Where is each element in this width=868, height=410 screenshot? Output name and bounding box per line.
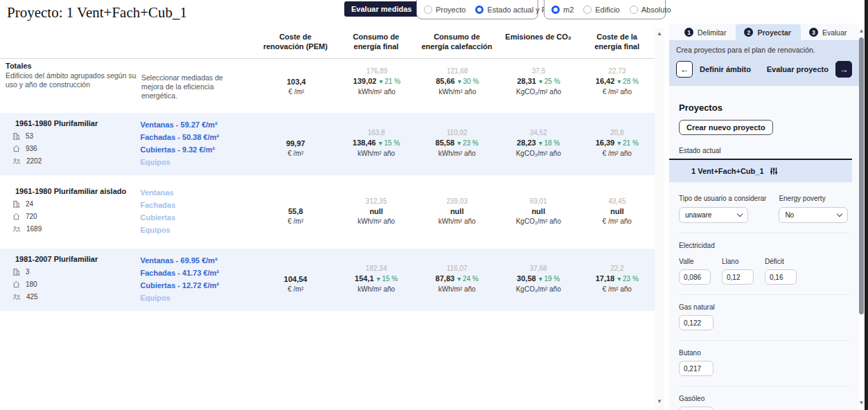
divider bbox=[679, 386, 849, 386]
results-table: Coste de renovación (PEM) Consumo de ene… bbox=[0, 28, 655, 311]
people-icon bbox=[12, 157, 21, 165]
dwellings-count: 720 bbox=[6, 213, 141, 220]
gasoleo-price-section: Gasóleo bbox=[679, 395, 849, 410]
scroll-up-icon[interactable]: ▲ bbox=[655, 30, 664, 37]
totales-emissions-cell: 37,5 28,31▾ 25 % KgCO₂/m² año bbox=[497, 62, 579, 100]
butano-label: Butano bbox=[679, 349, 849, 357]
valle-input[interactable] bbox=[679, 269, 711, 285]
energy-cost-cell: 20,8 16,39▾ 21 % € /m² año bbox=[579, 117, 655, 168]
electricity-label: Electricidad bbox=[679, 242, 849, 249]
column-header-coste-energia: Coste de la energía final bbox=[579, 32, 655, 51]
measure-link-ventanas[interactable]: Ventanas - 69.95 €/m² bbox=[141, 254, 256, 267]
radio-icon[interactable] bbox=[630, 6, 638, 14]
deficit-label: Déficit bbox=[765, 258, 797, 265]
main-scrollbar[interactable]: ▲ ▼ bbox=[655, 28, 664, 410]
occupants-count: 1689 bbox=[6, 225, 141, 233]
chevron-down-icon bbox=[837, 211, 842, 217]
forward-button-label[interactable]: Evaluar proyecto bbox=[767, 65, 829, 73]
energy-final-cell: 312,35 null kWh/m² año bbox=[336, 185, 417, 236]
back-arrow-icon[interactable]: ← bbox=[676, 61, 693, 78]
measure-link-equipos[interactable]: Equipos bbox=[141, 224, 256, 236]
measure-link-equipos[interactable]: Equipos bbox=[141, 292, 256, 304]
heating-cell: 239,03 null kWh/m² año bbox=[416, 185, 497, 236]
column-header-emisiones: Emisiones de CO₂ bbox=[497, 32, 580, 51]
butano-price-section: Butano bbox=[679, 349, 849, 376]
chevron-down-icon bbox=[737, 211, 743, 217]
step-1-badge: 1 bbox=[684, 28, 693, 37]
measure-link-ventanas[interactable]: Ventanas bbox=[141, 186, 256, 199]
building-icon bbox=[12, 132, 20, 140]
house-icon bbox=[12, 280, 20, 288]
measure-link-fachadas[interactable]: Fachadas - 50.38 €/m² bbox=[141, 131, 256, 143]
evaluate-measures-button[interactable]: Evaluar medidas bbox=[344, 1, 418, 17]
occupants-count: 2202 bbox=[6, 157, 141, 165]
scrollbar-thumb[interactable] bbox=[859, 37, 864, 314]
cost-cell: 104,54 € /m² bbox=[255, 253, 336, 304]
buildings-count: 3 bbox=[6, 268, 141, 276]
radio-m2[interactable]: m2 bbox=[551, 6, 574, 14]
measure-link-cubiertas[interactable]: Cubiertas - 12.72 €/m² bbox=[141, 279, 256, 292]
house-icon bbox=[12, 213, 20, 220]
gasoleo-label: Gasóleo bbox=[679, 395, 849, 402]
dwellings-count: 936 bbox=[6, 145, 141, 152]
gas-price-section: Gas natural bbox=[679, 303, 849, 330]
sidebar-panel: 1 Delimitar 2 Proyectar 3 Evaluar Crea p… bbox=[669, 24, 859, 410]
gas-input[interactable] bbox=[679, 315, 714, 330]
measures-hint: Seleccionar mediadas de mejora de la efi… bbox=[141, 73, 245, 100]
building-icon bbox=[12, 268, 20, 276]
divider bbox=[679, 294, 849, 295]
heating-cell: 110,92 85,58▾ 23 % kWh/m² año bbox=[416, 117, 497, 168]
column-header-consumo-final: Consumo de energía final bbox=[336, 32, 417, 51]
project-item-label: 1 Vent+Fach+Cub_1 bbox=[691, 167, 764, 175]
units-options-group: Unidades m2 Edificio Absoluto bbox=[544, 0, 666, 19]
back-button-label[interactable]: Definir ámbito bbox=[700, 65, 751, 73]
radio-absoluto[interactable]: Absoluto bbox=[630, 6, 671, 14]
butano-input[interactable] bbox=[679, 361, 714, 376]
current-state-item[interactable]: Estado actual bbox=[679, 147, 849, 154]
window-edge bbox=[865, 0, 868, 410]
totales-title: Totales bbox=[6, 62, 141, 70]
llano-input[interactable] bbox=[722, 269, 754, 285]
project-item-selected[interactable]: 1 Vent+Fach+Cub_1 bbox=[669, 159, 852, 182]
radio-icon[interactable] bbox=[424, 6, 432, 14]
emissions-cell: 34,52 28,23▾ 18 % KgCO₂/m² año bbox=[497, 117, 579, 168]
energy-final-cell: 163,8 138,46▾ 15 % kWh/m² año bbox=[336, 117, 417, 168]
radio-proyecto[interactable]: Proyecto bbox=[424, 6, 466, 14]
energy-cost-cell: 22,2 17,18▾ 23 % € /m² año bbox=[579, 253, 655, 304]
measure-link-cubiertas[interactable]: Cubiertas bbox=[141, 211, 256, 224]
create-project-button[interactable]: Crear nuevo proyecto bbox=[679, 120, 773, 135]
measure-link-ventanas[interactable]: Ventanas - 59.27 €/m² bbox=[141, 118, 256, 131]
occupants-count: 425 bbox=[6, 293, 141, 301]
emissions-cell: 69,01 null KgCO₂/m² año bbox=[497, 185, 579, 236]
measure-link-fachadas[interactable]: Fachadas bbox=[141, 199, 256, 211]
deficit-input[interactable] bbox=[765, 269, 797, 285]
radio-icon[interactable] bbox=[583, 6, 592, 14]
sliders-icon[interactable] bbox=[770, 167, 778, 175]
user-type-select[interactable]: unaware bbox=[679, 207, 748, 223]
totales-energy-final-cell: 176,89 139,02▾ 21 % kWh/m² año bbox=[337, 62, 417, 100]
divider bbox=[679, 340, 849, 341]
measure-link-fachadas[interactable]: Fachadas - 41.73 €/m² bbox=[141, 267, 256, 279]
people-icon bbox=[12, 293, 21, 301]
radio-edificio[interactable]: Edificio bbox=[583, 6, 619, 14]
app-window: Proyecto: 1 Vent+Fach+Cub_1 Evaluar medi… bbox=[0, 0, 868, 410]
radio-checked-icon[interactable] bbox=[551, 6, 560, 14]
forward-arrow-icon[interactable]: → bbox=[835, 61, 852, 78]
radio-checked-icon[interactable] bbox=[475, 6, 484, 14]
tab-evaluar[interactable]: 3 Evaluar bbox=[801, 24, 857, 40]
people-icon bbox=[12, 225, 21, 233]
llano-label: Llano bbox=[722, 258, 754, 265]
tab-proyectar[interactable]: 2 Proyectar bbox=[736, 24, 800, 40]
totales-heating-cell: 121,68 85,66▾ 30 % kWh/m² año bbox=[417, 62, 497, 100]
measure-link-equipos[interactable]: Equipos bbox=[141, 156, 256, 168]
measure-link-cubiertas[interactable]: Cubiertas - 9.32 €/m² bbox=[141, 143, 256, 156]
dwellings-count: 180 bbox=[6, 280, 141, 288]
tab-delimitar[interactable]: 1 Delimitar bbox=[676, 24, 736, 40]
buildings-count: 24 bbox=[6, 200, 141, 208]
step-intro-text: Crea proyectos para el plan de renovació… bbox=[676, 46, 852, 54]
gasoleo-input[interactable] bbox=[679, 407, 714, 410]
table-header: Coste de renovación (PEM) Consumo de ene… bbox=[0, 28, 655, 59]
table-row-1961-1980-plurifamiliar: 1961-1980 Plurifamiliar 53 936 2202 Vent… bbox=[0, 113, 655, 175]
scroll-down-icon[interactable]: ▼ bbox=[655, 398, 664, 404]
energy-poverty-select[interactable]: No bbox=[779, 207, 848, 223]
